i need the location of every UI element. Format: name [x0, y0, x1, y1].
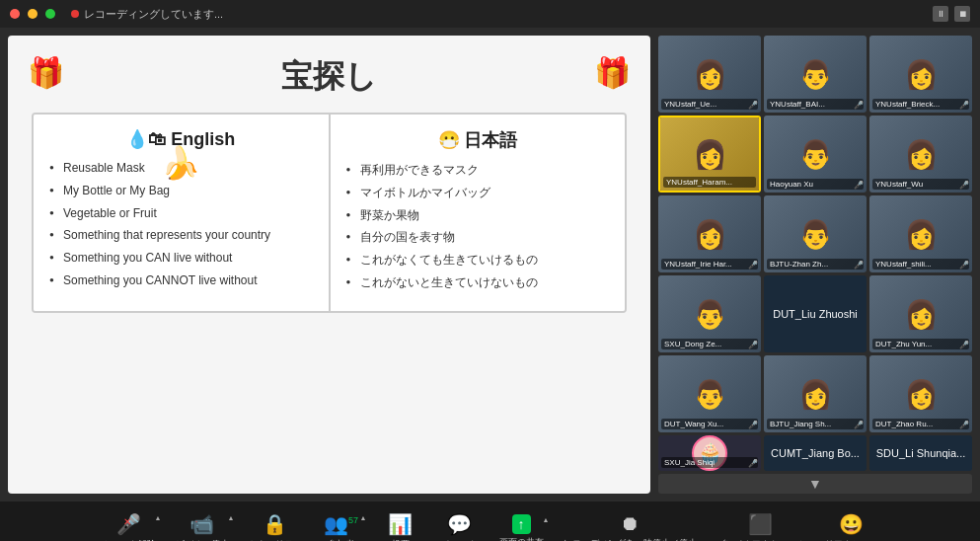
list-item: これがないと生きていけないもの [346, 274, 610, 291]
participants-button[interactable]: ▲ 👥57 参加者 [312, 508, 371, 542]
caret-icon[interactable]: ▲ [543, 516, 550, 523]
participant-name: YNUstaff_Ue... [661, 99, 758, 110]
breakout-label: ブレイクアウトルーム [716, 538, 805, 542]
pause-button[interactable]: ⏸ [933, 6, 948, 22]
reaction-button[interactable]: 😀 リアクション [815, 508, 888, 542]
participant-name: SXU_Dong Ze... [661, 339, 758, 349]
list-item: My Bottle or My Bag [49, 183, 313, 199]
top-bar: レコーディングしています... ⏸ ⏹ [0, 0, 980, 28]
maximize-dot[interactable] [45, 9, 55, 19]
mic-muted-icon: 🎤 [959, 181, 969, 190]
polling-button[interactable]: 📊 投票 [371, 508, 430, 542]
slide-area: 🎁 🎁 宝探し 💧🛍 English Reusable Mask My Bott… [8, 36, 650, 494]
mic-muted-icon: 🎤 [748, 341, 758, 349]
col2-icon: 😷 [438, 130, 460, 150]
video-button[interactable]: ▲ 📹 ビデオの停止 [166, 508, 239, 542]
participant-tile-nameonly: DUT_Liu Zhuoshi [764, 275, 867, 352]
participant-name: BJTU-Zhan Zh... [767, 259, 864, 270]
caret-icon[interactable]: ▲ [155, 514, 162, 521]
share-screen-button[interactable]: ▲ ↑ 画面の共有 [490, 510, 554, 542]
mic-muted-icon: 🎤 [748, 459, 758, 468]
participant-tile: 👩 BJTU_Jiang Sh... 🎤 [764, 355, 867, 432]
caret-icon[interactable]: ▲ [360, 514, 367, 521]
japanese-column: 😷 日本語 再利用ができるマスク マイボトルかマイバッグ 野菜か果物 自分の国を… [331, 115, 626, 311]
participant-tile: 👩 DUT_Zhu Yun... 🎤 [869, 275, 972, 352]
mute-button[interactable]: ▲ 🎤 ✕ ミュート解除 [93, 508, 166, 542]
mic-muted-icon: 🎤 [748, 421, 758, 429]
polling-icon: 📊 [388, 512, 413, 536]
minimize-dot[interactable] [28, 9, 38, 19]
close-dot[interactable] [10, 9, 20, 19]
polling-label: 投票 [392, 538, 410, 542]
mic-muted-icon: 🎤 [959, 421, 969, 429]
participant-name: YNUstaff_Haram... [663, 177, 756, 188]
security-label: セキュリティ [249, 538, 302, 542]
mic-muted-icon: 🎤 [959, 101, 969, 110]
col2-header: 😷 日本語 [346, 128, 610, 152]
participant-name: YNUstaff_Irie Har... [661, 259, 758, 270]
recording-indicator: レコーディングしています... [71, 7, 223, 22]
participant-tile-nameonly: CUMT_Jiang Bo... [764, 435, 867, 471]
mic-muted-icon: 🎤 [959, 341, 969, 349]
recording-text: レコーディングしています... [84, 7, 223, 22]
recording-icon: ⏺ [620, 512, 640, 535]
list-item: これがなくても生きていけるもの [346, 252, 610, 269]
reaction-label: リアクション [825, 538, 878, 542]
participant-name: DUT_Zhu Yun... [872, 339, 969, 349]
caret-icon[interactable]: ▲ [228, 514, 235, 521]
breakout-room-button[interactable]: ⬛ ブレイクアウトルーム [707, 508, 815, 542]
japanese-list: 再利用ができるマスク マイボトルかマイバッグ 野菜か果物 自分の国を表す物 これ… [346, 162, 610, 291]
participant-tile: 👨 BJTU-Zhan Zh... 🎤 [764, 195, 867, 272]
participant-tile: 👨 YNUstaff_BAI... 🎤 [764, 36, 867, 113]
mic-muted-icon: 🎤 [748, 261, 758, 270]
participant-name: Haoyuan Xu [767, 179, 864, 190]
chat-icon: 💬 [447, 512, 472, 536]
recording-button[interactable]: ⏺ レコーディングを一時停止／停止 [554, 508, 707, 541]
participant-tile-anime: 🧁 SXU_Jia Shiqi 🎤 [658, 435, 761, 471]
mic-muted-icon: 🎤 [959, 261, 969, 270]
participant-name: DUT_Wang Xu... [661, 419, 758, 429]
participant-name-center: SDU_Li Shunqia... [872, 443, 970, 463]
list-item: 再利用ができるマスク [346, 162, 610, 179]
participant-name: SXU_Jia Shiqi [661, 457, 758, 468]
participant-tile: 👨 Haoyuan Xu 🎤 [764, 116, 867, 193]
share-screen-label: 画面の共有 [499, 536, 544, 542]
mic-muted-icon: 🎤 [748, 101, 758, 110]
stop-button[interactable]: ⏹ [954, 6, 970, 22]
participant-tile: 👩 YNUstaff_Brieck... 🎤 [869, 36, 972, 113]
participant-name-center: DUT_Liu Zhuoshi [769, 304, 862, 324]
mic-muted-icon: 🎤 [854, 261, 864, 270]
banana-icon: 🍌 [161, 144, 200, 182]
participant-tile-highlighted: 👩 YNUstaff_Haram... [658, 116, 761, 193]
chat-button[interactable]: 💬 チャット [430, 508, 490, 542]
list-item: 野菜か果物 [346, 207, 610, 224]
chat-label: チャット [442, 538, 478, 542]
top-controls: ⏸ ⏹ [933, 6, 970, 22]
participant-name-center: CUMT_Jiang Bo... [767, 443, 864, 463]
mic-muted-icon: 🎤 [854, 101, 864, 110]
recording-label: レコーディングを一時停止／停止 [564, 537, 697, 541]
participant-tile: 👩 YNUstaff_Irie Har... 🎤 [658, 195, 761, 272]
participant-name: YNUstaff_Wu [872, 179, 969, 190]
mute-label: ミュート解除 [103, 538, 156, 542]
participant-name: BJTU_Jiang Sh... [767, 419, 864, 429]
list-item: Something you CAN live without [49, 250, 313, 267]
participant-name: DUT_Zhao Ru... [872, 419, 969, 429]
mic-icon: 🎤 ✕ [116, 512, 141, 536]
mic-muted-icon: 🎤 [854, 421, 864, 429]
list-item: Something you CANNOT live without [49, 272, 313, 289]
security-button[interactable]: 🔒 セキュリティ [239, 508, 312, 542]
participant-name: YNUstaff_Brieck... [872, 99, 969, 110]
participant-tile: 👨 DUT_Wang Xu... 🎤 [658, 355, 761, 432]
chevron-down-icon: ▼ [808, 476, 822, 492]
slide-columns: 💧🛍 English Reusable Mask My Bottle or My… [32, 113, 627, 313]
scroll-down-button[interactable]: ▼ [658, 474, 972, 494]
list-item: 自分の国を表す物 [346, 229, 610, 246]
reaction-icon: 😀 [839, 512, 864, 536]
list-item: Vegetable or Fruit [49, 205, 313, 222]
rec-dot [71, 10, 79, 18]
slide-title: 宝探し [32, 55, 627, 99]
list-item: Something that represents your country [49, 227, 313, 244]
share-screen-icon: ↑ [512, 514, 531, 534]
security-icon: 🔒 [263, 512, 287, 536]
